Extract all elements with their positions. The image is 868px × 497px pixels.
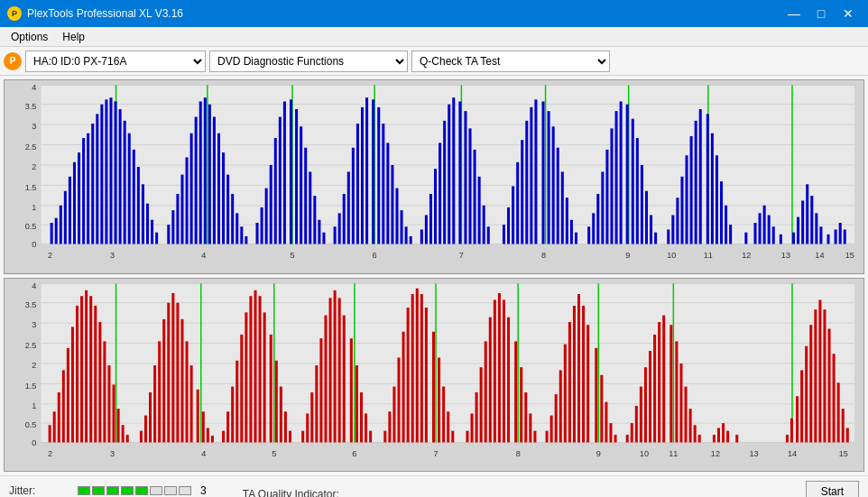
svg-text:1.5: 1.5 — [25, 381, 37, 390]
svg-rect-153 — [695, 121, 697, 244]
svg-text:4: 4 — [32, 82, 36, 91]
svg-text:5: 5 — [290, 251, 294, 260]
svg-rect-173 — [806, 184, 808, 244]
svg-text:1: 1 — [32, 400, 36, 410]
svg-rect-342 — [675, 341, 678, 442]
svg-rect-177 — [826, 235, 829, 244]
svg-rect-68 — [274, 138, 277, 244]
svg-rect-83 — [347, 171, 350, 244]
maximize-button[interactable]: □ — [808, 4, 834, 23]
svg-rect-118 — [521, 140, 523, 244]
svg-rect-35 — [115, 101, 117, 244]
svg-rect-92 — [386, 143, 389, 244]
svg-rect-93 — [391, 165, 393, 244]
svg-text:0.5: 0.5 — [25, 222, 37, 231]
svg-rect-74 — [300, 126, 302, 244]
svg-rect-260 — [263, 312, 266, 442]
svg-rect-270 — [315, 365, 318, 442]
svg-rect-322 — [577, 294, 580, 442]
svg-rect-25 — [73, 162, 76, 244]
ta-quality-section: TA Quality Indicator: Good — [243, 488, 339, 498]
svg-rect-124 — [548, 111, 550, 244]
svg-rect-245 — [190, 365, 193, 442]
menu-help[interactable]: Help — [55, 29, 92, 45]
svg-rect-259 — [259, 296, 262, 442]
svg-rect-358 — [805, 345, 808, 442]
svg-rect-66 — [265, 189, 268, 244]
svg-rect-127 — [561, 171, 564, 244]
svg-rect-274 — [334, 290, 337, 442]
svg-rect-47 — [176, 194, 179, 244]
close-button[interactable]: ✕ — [836, 4, 861, 23]
svg-text:3.5: 3.5 — [25, 299, 37, 308]
svg-rect-262 — [270, 334, 272, 442]
svg-rect-257 — [249, 296, 252, 442]
svg-rect-133 — [596, 194, 599, 244]
start-button[interactable]: Start — [806, 481, 859, 498]
svg-rect-350 — [722, 423, 725, 442]
svg-rect-61 — [235, 213, 238, 244]
svg-rect-334 — [640, 386, 642, 442]
svg-rect-251 — [222, 430, 225, 442]
toolbar: P HA:0 ID:0 PX-716A DVD Diagnostic Funct… — [0, 47, 868, 76]
svg-rect-125 — [552, 126, 555, 244]
svg-rect-89 — [372, 99, 374, 244]
svg-rect-288 — [407, 308, 410, 442]
svg-rect-365 — [837, 382, 840, 442]
svg-text:11: 11 — [669, 449, 678, 458]
svg-rect-164 — [759, 213, 762, 244]
svg-rect-142 — [636, 138, 639, 244]
svg-rect-366 — [842, 409, 845, 442]
svg-rect-109 — [468, 128, 471, 244]
svg-rect-217 — [58, 391, 60, 442]
svg-rect-314 — [533, 430, 536, 442]
drive-select[interactable]: HA:0 ID:0 PX-716A — [25, 51, 206, 72]
svg-rect-305 — [494, 299, 496, 442]
svg-rect-295 — [438, 357, 440, 442]
svg-rect-264 — [280, 386, 282, 442]
svg-rect-158 — [716, 155, 718, 244]
svg-rect-361 — [818, 299, 821, 442]
function-select[interactable]: DVD Diagnostic Functions — [209, 51, 408, 72]
svg-rect-230 — [113, 384, 115, 442]
ta-quality-label: TA Quality Indicator: — [243, 488, 339, 498]
svg-rect-107 — [458, 101, 461, 244]
svg-rect-349 — [717, 428, 720, 442]
svg-rect-258 — [254, 290, 256, 442]
svg-text:2: 2 — [32, 361, 36, 370]
svg-rect-45 — [167, 225, 170, 244]
svg-rect-175 — [815, 213, 817, 244]
svg-rect-354 — [786, 434, 789, 442]
svg-rect-44 — [155, 233, 158, 244]
svg-rect-232 — [122, 425, 125, 442]
svg-rect-239 — [162, 318, 165, 442]
svg-rect-144 — [645, 191, 648, 244]
svg-text:6: 6 — [352, 449, 356, 458]
svg-rect-234 — [140, 430, 143, 442]
svg-rect-160 — [725, 206, 727, 244]
menu-options[interactable]: Options — [4, 29, 55, 45]
svg-rect-113 — [487, 226, 490, 244]
svg-rect-54 — [204, 97, 207, 244]
svg-rect-102 — [439, 143, 441, 244]
svg-text:0: 0 — [32, 239, 36, 248]
svg-rect-49 — [186, 157, 189, 244]
svg-rect-303 — [485, 341, 487, 442]
svg-rect-268 — [306, 413, 309, 442]
svg-rect-22 — [60, 206, 62, 244]
svg-rect-180 — [844, 229, 846, 244]
minimize-button[interactable]: — — [781, 4, 807, 23]
svg-rect-266 — [289, 430, 291, 442]
svg-rect-291 — [420, 294, 423, 442]
svg-text:9: 9 — [596, 449, 601, 458]
svg-rect-32 — [105, 99, 107, 244]
svg-text:3: 3 — [110, 251, 115, 260]
svg-rect-170 — [792, 233, 795, 244]
title-bar: P PlexTools Professional XL V3.16 — □ ✕ — [0, 0, 868, 27]
svg-rect-37 — [124, 121, 126, 244]
svg-rect-148 — [671, 215, 674, 244]
test-select[interactable]: Q-Check TA Test — [411, 51, 610, 72]
jitter-seg-6 — [150, 486, 162, 495]
svg-rect-86 — [361, 107, 364, 244]
svg-rect-332 — [631, 423, 633, 442]
